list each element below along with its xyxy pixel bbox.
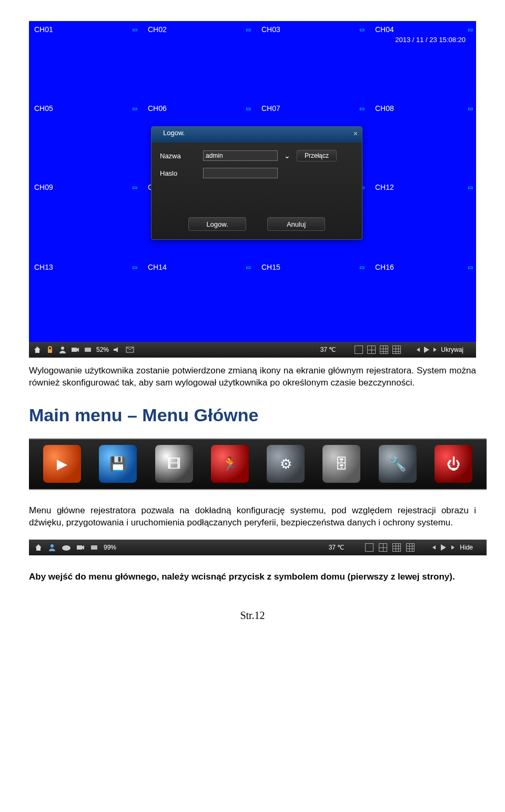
svg-point-10	[62, 545, 70, 551]
prev-icon[interactable]	[432, 545, 436, 550]
home-icon[interactable]	[34, 543, 43, 552]
name-label: Nazwa	[160, 152, 203, 160]
paragraph-1: Wylogowanie użytkownika zostanie potwier…	[29, 365, 476, 389]
svg-point-2	[61, 347, 64, 350]
channel-icon: ▭	[132, 184, 137, 191]
grid16-icon[interactable]	[392, 346, 401, 354]
channel-icon: ▭	[132, 264, 137, 271]
password-label: Haslo	[160, 169, 203, 177]
prev-icon[interactable]	[417, 348, 420, 352]
menu-tools-icon[interactable]: 🔧	[379, 445, 417, 483]
switch-button[interactable]: Przełącz	[297, 150, 337, 161]
password-input[interactable]	[203, 168, 278, 178]
page-number: Str.12	[29, 610, 476, 622]
grid9-icon[interactable]	[392, 543, 401, 552]
paragraph-3: Aby wejść do menu głównego, należy wcisn…	[29, 571, 476, 583]
disk-icon[interactable]	[84, 346, 92, 354]
menu-disk-icon[interactable]: 🗄	[322, 445, 360, 483]
channel-label: CH02	[148, 25, 167, 34]
main-menu-strip: ▶ 💾 🎞 🏃 ⚙ 🗄 🔧 ⏻	[29, 438, 487, 490]
lock-icon[interactable]	[46, 346, 54, 354]
disk-percent: 99%	[104, 544, 116, 551]
home-icon[interactable]	[33, 346, 42, 354]
name-input[interactable]	[203, 150, 278, 161]
channel-icon: ▭	[246, 26, 251, 33]
channel-label: CH12	[375, 183, 394, 191]
channel-label: CH14	[148, 263, 167, 271]
grid1-icon[interactable]	[355, 346, 363, 354]
dialog-title: Logow.	[163, 129, 185, 137]
svg-point-9	[50, 544, 54, 547]
next-icon[interactable]	[451, 545, 454, 550]
heading-main-menu: Main menu – Menu Główne	[29, 405, 476, 425]
hide-button[interactable]: Hide	[460, 544, 481, 551]
user-icon[interactable]	[48, 543, 56, 552]
mail-icon[interactable]	[126, 347, 134, 353]
hide-button[interactable]: Ukrywaj	[441, 346, 472, 353]
channel-label: CH01	[34, 25, 53, 34]
channel-icon: ▭	[132, 26, 137, 33]
paragraph-2: Menu główne rejestratora pozwala na dokł…	[29, 505, 476, 529]
play-icon[interactable]	[424, 347, 429, 353]
temp-label: 37 ℃	[320, 346, 336, 353]
disk-percent: 52%	[96, 346, 109, 353]
channel-label: CH04	[375, 25, 394, 34]
taskbar-secondary: 99% 37 ℃ Hide	[29, 540, 487, 555]
svg-rect-1	[48, 349, 52, 353]
svg-rect-11	[77, 545, 82, 550]
channel-label: CH15	[261, 263, 280, 271]
grid4-icon[interactable]	[367, 346, 376, 354]
channel-icon: ▭	[468, 264, 473, 271]
channel-icon: ▭	[359, 264, 365, 271]
svg-rect-5	[85, 348, 91, 352]
login-button[interactable]: Logow.	[188, 217, 246, 231]
menu-save-icon[interactable]: 💾	[99, 445, 137, 483]
menu-video-icon[interactable]: ▶	[43, 445, 81, 483]
channel-icon: ▭	[468, 26, 473, 33]
close-icon[interactable]: ×	[354, 129, 358, 138]
menu-power-icon[interactable]: ⏻	[435, 445, 472, 483]
cancel-button[interactable]: Anuluj	[267, 217, 325, 231]
login-dialog: Logow. × Nazwa ⌄ Przełącz Haslo	[151, 126, 362, 240]
grid16-icon[interactable]	[406, 543, 415, 552]
menu-settings-icon[interactable]: ⚙	[267, 445, 305, 483]
play-icon[interactable]	[441, 544, 446, 551]
grid1-icon[interactable]	[365, 543, 373, 552]
dvr-screen: CH01 ▭ CH02 ▭ CH03 ▭ CH04 ▭ 2013 / 11 / …	[29, 21, 476, 358]
taskbar: 52% 37 ℃ Ukrywaj	[29, 342, 476, 358]
channel-label: CH13	[34, 263, 53, 271]
menu-film-icon[interactable]: 🎞	[155, 445, 193, 483]
channel-label: CH05	[34, 104, 53, 113]
volume-icon[interactable]	[113, 346, 122, 353]
camera-icon[interactable]	[76, 544, 85, 551]
svg-marker-8	[35, 544, 42, 551]
svg-marker-4	[77, 348, 79, 352]
grid9-icon[interactable]	[380, 346, 388, 354]
temp-label: 37 ℃	[329, 544, 345, 551]
channel-label: CH08	[375, 104, 394, 113]
channel-icon: ▭	[246, 264, 251, 271]
user-icon[interactable]	[58, 346, 67, 354]
camera-icon[interactable]	[71, 346, 79, 353]
disk-icon[interactable]	[90, 543, 98, 552]
dialog-titlebar: Logow. ×	[152, 127, 362, 143]
channel-label: CH16	[375, 263, 394, 271]
channel-label: CH03	[261, 25, 280, 34]
svg-marker-12	[82, 545, 84, 550]
channel-icon: ▭	[468, 105, 473, 112]
datetime-label: 2013 / 11 / 23 15:08:20	[395, 36, 466, 44]
grid4-icon[interactable]	[379, 543, 387, 552]
channel-label: CH09	[34, 183, 53, 191]
svg-rect-13	[91, 545, 97, 550]
svg-marker-6	[114, 347, 118, 352]
channel-icon: ▭	[359, 26, 365, 33]
chevron-down-icon[interactable]: ⌄	[284, 151, 290, 160]
menu-motion-icon[interactable]: 🏃	[211, 445, 249, 483]
channel-label: CH06	[148, 104, 167, 113]
channel-icon: ▭	[132, 105, 137, 112]
next-icon[interactable]	[433, 348, 437, 352]
svg-rect-3	[72, 348, 77, 352]
cloud-icon[interactable]	[62, 544, 71, 551]
channel-icon: ▭	[246, 105, 251, 112]
channel-icon: ▭	[468, 184, 473, 191]
